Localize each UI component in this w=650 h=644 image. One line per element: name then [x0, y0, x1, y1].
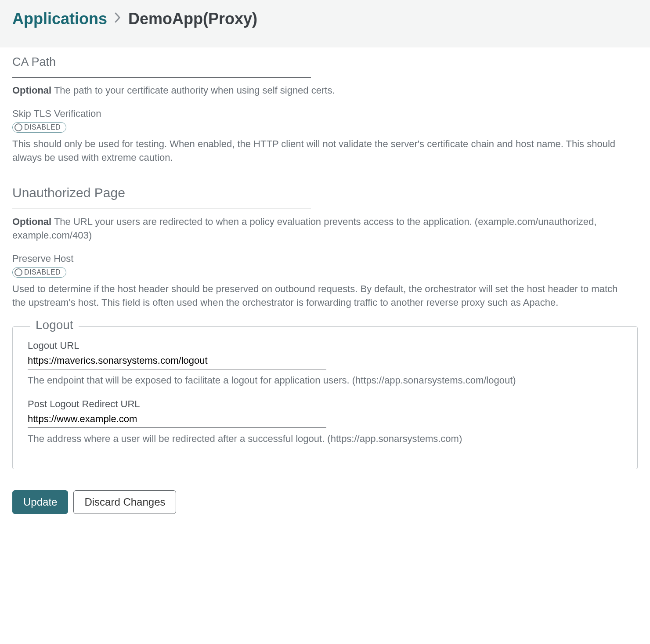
update-button[interactable]: Update: [12, 490, 68, 514]
unauthorized-page-label: Unauthorized Page: [12, 185, 638, 200]
logout-url-helper: The endpoint that will be exposed to fac…: [28, 374, 622, 387]
logout-legend: Logout: [30, 318, 79, 332]
unauthorized-page-input-line[interactable]: [12, 206, 311, 209]
ca-path-label: CA Path: [12, 55, 638, 69]
unauthorized-page-helper: Optional The URL your users are redirect…: [12, 215, 618, 242]
discard-changes-button[interactable]: Discard Changes: [73, 490, 176, 514]
chevron-right-icon: [114, 11, 121, 26]
post-logout-url-label: Post Logout Redirect URL: [28, 398, 622, 410]
breadcrumb-root[interactable]: Applications: [12, 10, 107, 28]
preserve-host-toggle[interactable]: DISABLED: [12, 267, 66, 278]
skip-tls-helper: This should only be used for testing. Wh…: [12, 137, 618, 165]
preserve-host-state: DISABLED: [24, 268, 61, 276]
toggle-off-icon: [14, 123, 22, 131]
skip-tls-toggle[interactable]: DISABLED: [12, 122, 66, 133]
breadcrumb-current: DemoApp(Proxy): [128, 10, 257, 28]
unauthorized-page-field: Unauthorized Page Optional The URL your …: [12, 185, 638, 309]
post-logout-url-input[interactable]: [28, 412, 326, 428]
preserve-host-label: Preserve Host: [12, 253, 638, 264]
ca-path-field: CA Path Optional The path to your certif…: [12, 55, 638, 164]
breadcrumb: Applications DemoApp(Proxy): [0, 0, 650, 47]
logout-url-input[interactable]: [28, 353, 326, 369]
logout-fieldset: Logout Logout URL The endpoint that will…: [12, 326, 638, 470]
ca-path-helper: Optional The path to your certificate au…: [12, 84, 618, 98]
post-logout-url-helper: The address where a user will be redirec…: [28, 432, 622, 446]
toggle-off-icon: [14, 268, 22, 276]
action-buttons: Update Discard Changes: [12, 490, 638, 514]
skip-tls-label: Skip TLS Verification: [12, 108, 638, 119]
ca-path-input-line[interactable]: [12, 74, 311, 78]
preserve-host-helper: Used to determine if the host header sho…: [12, 282, 618, 310]
skip-tls-state: DISABLED: [24, 123, 61, 131]
logout-url-label: Logout URL: [28, 340, 622, 351]
